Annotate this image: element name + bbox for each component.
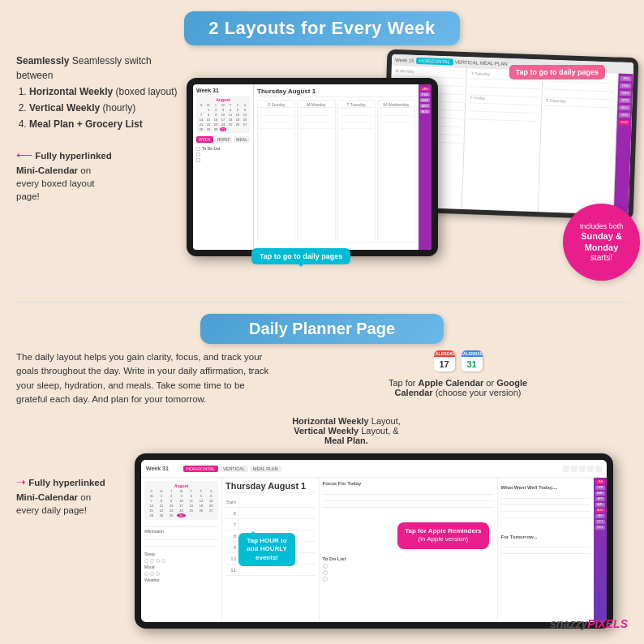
front-day-cols: S Sunday M Monday xyxy=(257,100,415,243)
tap-daily-pages-front[interactable]: Tap to go to daily pages xyxy=(251,248,350,264)
front-right-sidebar: JAN FEB MAR APR AUG xyxy=(419,84,431,250)
daily-sidebar-jan: JAN xyxy=(595,480,605,484)
list-item-1: Horizontal Weekly (boxed layout) xyxy=(29,84,178,99)
time-label-11: 11 xyxy=(225,568,238,573)
daily-tab-meal[interactable]: MEAL PLAN xyxy=(250,466,281,472)
bottom-title: Daily Planner Page xyxy=(225,320,419,338)
front-col-wed: W Wednesday xyxy=(377,100,415,243)
seamlessly-label: Seamlessly xyxy=(16,55,69,67)
tap-hourly-bubble[interactable]: Tap HOUR to add HOURLY events! xyxy=(238,533,295,566)
front-todo-item-1: To Do List xyxy=(196,146,250,151)
bottom-description: The daily layout helps you gain clarity,… xyxy=(16,350,276,406)
daily-tab-vertical[interactable]: VERTICAL xyxy=(220,466,248,472)
col-row-m2 xyxy=(299,116,333,122)
col-row-s3 xyxy=(260,122,293,129)
cal-cell-23: 23 xyxy=(213,122,219,127)
daily-sidebar-aug: AUG xyxy=(595,509,605,513)
horizontal-label: Horizontal Weekly xyxy=(292,416,369,426)
sidebar-feb: FEB xyxy=(420,92,430,97)
tablet-front-screen: Week 31 August S M T W T F S xyxy=(193,84,431,250)
col-row-s1 xyxy=(260,109,293,116)
focus-line-2 xyxy=(323,495,494,501)
cal-header-s2: S xyxy=(242,103,248,107)
badge-includes: Includes both xyxy=(580,222,624,230)
daily-right-sidebar: JAN FEB MAR APR MAY AUG SEP OCT NOV xyxy=(594,478,607,622)
col-row-w2 xyxy=(380,116,413,122)
bottom-left-col: ➝ Fully hyperlinkedMini-Calendar onevery… xyxy=(16,450,130,517)
daily-focus-area: Focus For Today Tap for Apple Reminders … xyxy=(320,478,498,622)
front-tab-week[interactable]: WEEK xyxy=(196,136,213,143)
cal-cell-2: 2 xyxy=(213,108,219,112)
front-tab-horizontal[interactable]: HORIZ xyxy=(215,136,233,143)
back-col-3: W Wednesday S Saturday xyxy=(538,71,618,214)
daily-tab-horizontal[interactable]: HORIZONTAL xyxy=(183,466,218,472)
tablet-front: Week 31 August S M T W T F S xyxy=(187,78,438,256)
mood-label: Mood xyxy=(144,565,218,569)
cal-cell-16: 16 xyxy=(213,118,219,122)
back-sidebar-may: MAY xyxy=(619,105,630,110)
top-title: 2 Layouts for Every Week xyxy=(208,18,436,39)
sleep-dot-1 xyxy=(144,559,148,563)
col-row-t2 xyxy=(340,116,373,122)
col-header-wed: W Wednesday xyxy=(380,102,413,108)
sidebar-jan: JAN xyxy=(420,87,430,91)
cal-cell-9: 9 xyxy=(213,113,219,117)
cal-cell-3: 3 xyxy=(220,108,226,112)
daily-well-col: What Went Well Today.... For Tomorrow... xyxy=(498,478,595,622)
back-sidebar-apr: APR xyxy=(619,98,630,103)
front-tab-meal[interactable]: MEAL xyxy=(234,136,250,143)
cal-cell-24: 24 xyxy=(220,122,226,127)
daily-cal-grid: SMTWTFS 31123456 78910111213 14151617181… xyxy=(147,489,216,517)
cal-cell-12: 12 xyxy=(234,113,241,117)
checkbox-1[interactable] xyxy=(196,147,200,151)
cal-cell-14: 14 xyxy=(198,118,204,122)
checkbox-2[interactable] xyxy=(196,152,200,157)
list-item-4: Meal Plan + Grocery List xyxy=(29,117,178,131)
daily-sidebar-may: MAY xyxy=(595,503,605,507)
time-label-6: 6 xyxy=(225,511,238,516)
badge-days: Sunday &Monday xyxy=(581,230,622,254)
mini-cal-month: August xyxy=(198,97,248,102)
bottom-title-box: Daily Planner Page xyxy=(200,314,444,344)
tap-daily-pages-back[interactable]: Tap to go to daily pages xyxy=(509,65,605,79)
front-col-mon: M Monday xyxy=(297,100,335,243)
well-line-3 xyxy=(501,505,591,512)
apple-cal-label: Apple Calendar xyxy=(419,378,484,388)
cal-cell-25: 25 xyxy=(227,122,234,127)
brand-snazzy-pixels: snazzyPIXELS xyxy=(550,617,628,630)
time-label-9: 9 xyxy=(225,545,238,550)
cal-cell-31: 31 xyxy=(220,127,226,131)
daily-center-col: Thursday August 1 5am 6 7 xyxy=(222,478,320,622)
cal-header-f: F xyxy=(234,103,241,107)
back-col2-row-6 xyxy=(468,111,539,122)
todo-item-2 xyxy=(323,570,494,575)
daily-tabs: HORIZONTAL VERTICAL MEAL PLAN xyxy=(183,466,281,472)
mood-sleep-section: Sleep Mood xyxy=(144,552,218,582)
back-tab-1: Week 15 xyxy=(395,58,414,63)
back-sidebar-mar: MAR xyxy=(620,91,631,96)
bottom-top-row: The daily layout helps you gain clarity,… xyxy=(16,350,628,413)
checkbox-3[interactable] xyxy=(196,158,200,162)
todo-item-3 xyxy=(323,577,494,582)
back-sidebar-jan: JAN xyxy=(620,76,631,81)
back-sidebar-feb: FEB xyxy=(620,84,631,88)
apple-calendar-icon[interactable]: CALENDAR 17 xyxy=(434,350,455,371)
back-sidebar-jun: JUN xyxy=(619,113,630,118)
tap-reminders-bubble[interactable]: Tap for Apple Reminders (in Apple versio… xyxy=(397,522,488,549)
focus-for-today-label: Focus For Today xyxy=(323,481,494,486)
front-day-header: Thursday August 1 xyxy=(257,88,415,97)
time-label-7: 7 xyxy=(225,522,238,527)
mini-cal-grid: S M T W T F S 1 2 3 4 xyxy=(198,103,248,131)
time-label-8: 8 xyxy=(225,534,238,539)
top-left-text: Seamlessly Seamlessly switch between Hor… xyxy=(16,54,178,289)
cal-cell-19: 19 xyxy=(234,118,241,122)
sidebar-apr: APR xyxy=(420,104,430,108)
col-row-t3 xyxy=(340,122,373,129)
weather-label: Weather xyxy=(144,577,218,582)
apple-cal-num: 17 xyxy=(434,357,455,371)
google-calendar-icon[interactable]: CALENDAR 31 xyxy=(462,350,483,371)
daily-top-bar: Week 31 HORIZONTAL VERTICAL MEAL PLAN xyxy=(141,460,607,478)
todo-item-1 xyxy=(323,564,494,569)
layout-label-left: Horizontal Weekly Layout, Vertical Weekl… xyxy=(290,416,403,445)
tablets-area: Week 15 HORIZONTAL VERTICAL MEAL PLAN M … xyxy=(187,54,628,289)
